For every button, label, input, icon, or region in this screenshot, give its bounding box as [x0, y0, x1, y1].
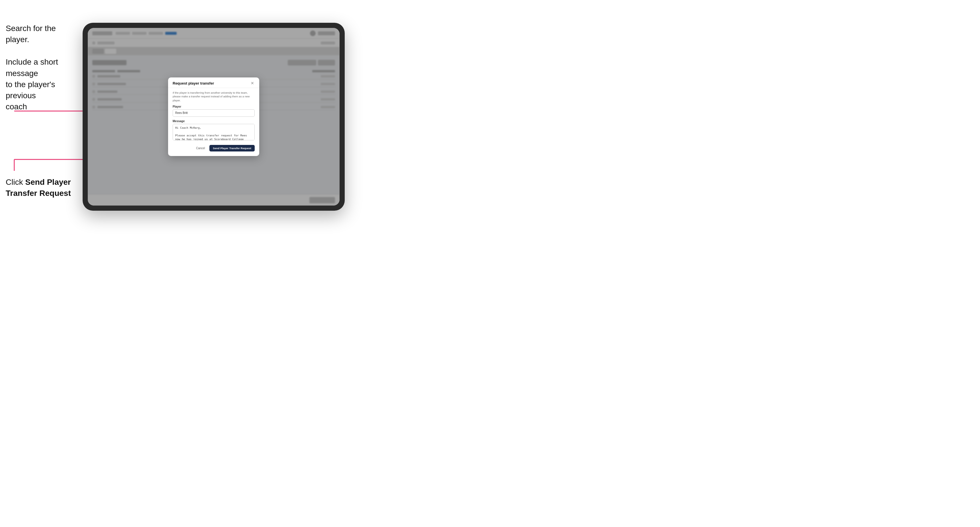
modal-body: If the player is transferring from anoth… — [168, 88, 259, 156]
annotation-search: Search for the player. — [6, 23, 80, 45]
message-field-label: Message — [173, 119, 255, 123]
modal-close-button[interactable]: ✕ — [250, 81, 255, 86]
modal-title: Request player transfer — [173, 81, 214, 86]
modal-dialog: Request player transfer ✕ If the player … — [168, 78, 259, 156]
player-input[interactable] — [173, 110, 255, 117]
annotation-message: Include a short message to the player's … — [6, 56, 80, 112]
modal-header: Request player transfer ✕ — [168, 78, 259, 88]
tablet-device: Request player transfer ✕ If the player … — [83, 23, 345, 211]
modal-footer: Cancel Send Player Transfer Request — [173, 145, 255, 152]
modal-overlay: Request player transfer ✕ If the player … — [88, 28, 340, 206]
modal-description: If the player is transferring from anoth… — [173, 91, 255, 102]
cancel-button[interactable]: Cancel — [194, 145, 207, 151]
annotation-click: Click Send Player Transfer Request — [6, 176, 80, 199]
player-field-label: Player — [173, 105, 255, 108]
message-textarea[interactable]: Hi Coach McHarg, Please accept this tran… — [173, 124, 255, 140]
send-transfer-request-button[interactable]: Send Player Transfer Request — [209, 145, 255, 151]
